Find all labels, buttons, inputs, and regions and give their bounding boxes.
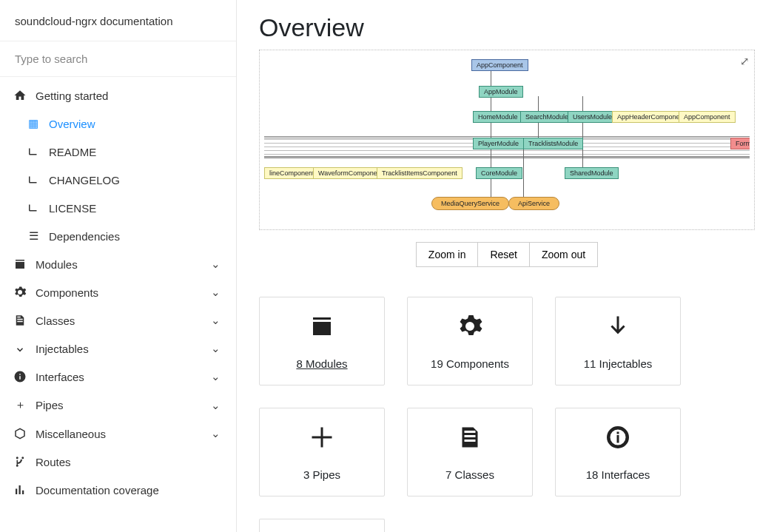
- card-modules[interactable]: 8 Modules: [259, 297, 385, 385]
- nav-label: Miscellaneous: [36, 428, 106, 440]
- chevron-down-icon: ⌄: [208, 257, 223, 271]
- card-injectables[interactable]: 11 Injectables: [555, 297, 681, 385]
- graph-node: TracklistItemsComponent: [377, 167, 462, 179]
- arrow-down-icon: [605, 313, 631, 346]
- chevron-down-icon: ⌄: [208, 399, 223, 412]
- search-input[interactable]: [15, 53, 221, 65]
- graph-node: UsersModule: [568, 111, 617, 123]
- plus-icon: [309, 424, 335, 457]
- app-title: soundcloud-ngrx documentation: [0, 0, 236, 41]
- card-label: 18 Interfaces: [586, 468, 650, 481]
- sidebar: soundcloud-ngrx documentation Getting st…: [0, 0, 237, 532]
- main-content: Overview ⤢ AppComponent AppModule HomeMo…: [237, 0, 777, 532]
- card-interfaces[interactable]: 18 Interfaces: [555, 408, 681, 496]
- nav-label: Overview: [49, 118, 95, 130]
- info-icon: [605, 424, 631, 457]
- archive-icon: [309, 313, 335, 346]
- nav-label: Components: [36, 286, 98, 299]
- nav-misc[interactable]: Miscellaneous ⌄: [0, 420, 236, 448]
- branch-icon: [13, 455, 27, 468]
- chevron-down-icon: ⌄: [208, 342, 223, 355]
- graph-node: AppComponent: [679, 111, 736, 123]
- chevron-down-icon: ⌄: [208, 370, 223, 383]
- book-icon: [27, 145, 40, 158]
- nav-routes[interactable]: Routes: [0, 448, 236, 476]
- chevron-down-icon: ⌄: [208, 286, 223, 299]
- graph-node: HomeModule: [473, 111, 523, 123]
- card-classes[interactable]: 7 Classes: [407, 408, 533, 496]
- graph-node: AppModule: [479, 86, 523, 98]
- nav-label: Pipes: [36, 399, 64, 411]
- home-icon: [13, 89, 27, 102]
- card-components[interactable]: 19 Components: [407, 297, 533, 385]
- nav-label: Routes: [36, 456, 71, 468]
- graph-node: MediaQueryService: [431, 197, 509, 210]
- card-label: 8 Modules: [296, 357, 347, 370]
- graph-node: SearchModule: [520, 111, 574, 123]
- grid-icon: ▦: [27, 117, 40, 130]
- nav-label: Injectables: [36, 343, 89, 355]
- nav-modules[interactable]: Modules ⌄: [0, 250, 236, 278]
- graph-node: TracklistsModule: [523, 138, 583, 149]
- card-pipes[interactable]: 3 Pipes: [259, 408, 385, 496]
- nav-label: Dependencies: [49, 230, 120, 243]
- page-title: Overview: [259, 13, 755, 42]
- nav-label: Getting started: [36, 90, 108, 102]
- graph-node: CoreModule: [476, 167, 522, 179]
- nav-interfaces[interactable]: Interfaces ⌄: [0, 363, 236, 391]
- graph-node: FormatTi: [730, 138, 750, 149]
- search-container: [0, 41, 236, 77]
- doc-icon: [457, 424, 483, 457]
- book-icon: [27, 173, 40, 186]
- chart-icon: [13, 483, 27, 496]
- cube-icon: [13, 427, 27, 440]
- nav-readme[interactable]: README: [0, 138, 236, 166]
- info-icon: [13, 370, 27, 383]
- card-label: 19 Components: [431, 357, 509, 370]
- dependency-graph[interactable]: AppComponent AppModule HomeModule Search…: [264, 55, 750, 216]
- summary-cards: 8 Modules 19 Components 11 Injectables 3…: [259, 297, 755, 532]
- graph-node: PlayerModule: [473, 138, 524, 149]
- reset-button[interactable]: Reset: [478, 242, 530, 267]
- doc-icon: [13, 314, 27, 327]
- book-icon: [27, 201, 40, 215]
- nav-coverage[interactable]: Documentation coverage: [0, 476, 236, 504]
- card-label: 3 Pipes: [303, 468, 340, 481]
- zoom-controls: Zoom in Reset Zoom out: [259, 242, 755, 267]
- nav-getting-started[interactable]: Getting started: [0, 81, 236, 110]
- nav-label: Classes: [36, 314, 75, 327]
- nav-license[interactable]: LICENSE: [0, 194, 236, 222]
- card-label: 11 Injectables: [584, 357, 653, 370]
- nav-dependencies[interactable]: ☰ Dependencies: [0, 222, 236, 250]
- list-icon: ☰: [27, 229, 40, 243]
- nav-components[interactable]: Components ⌄: [0, 278, 236, 306]
- arrow-down-icon: [13, 342, 27, 355]
- nav-classes[interactable]: Classes ⌄: [0, 306, 236, 334]
- plus-icon: ＋: [13, 398, 27, 412]
- nav-overview[interactable]: ▦ Overview: [0, 110, 236, 138]
- nav-label: CHANGELOG: [49, 174, 120, 186]
- chevron-down-icon: ⌄: [208, 427, 223, 440]
- gear-icon: [13, 286, 27, 299]
- nav-changelog[interactable]: CHANGELOG: [0, 166, 236, 194]
- archive-icon: [13, 257, 27, 271]
- graph-node: ApiService: [508, 197, 559, 210]
- side-nav: Getting started ▦ Overview README CHANGE…: [0, 77, 236, 532]
- graph-node: lineComponent: [264, 167, 320, 179]
- graph-node: SharedModule: [565, 167, 619, 179]
- zoom-in-button[interactable]: Zoom in: [416, 242, 479, 267]
- chevron-down-icon: ⌄: [208, 314, 223, 327]
- nav-label: Modules: [36, 258, 78, 271]
- card-label: 7 Classes: [445, 468, 494, 481]
- nav-label: Interfaces: [36, 371, 84, 383]
- nav-pipes[interactable]: ＋ Pipes ⌄: [0, 391, 236, 420]
- gear-icon: [457, 313, 483, 346]
- zoom-out-button[interactable]: Zoom out: [530, 242, 598, 267]
- graph-node: AppComponent: [471, 59, 528, 71]
- nav-label: README: [49, 146, 96, 158]
- nav-label: LICENSE: [49, 202, 96, 215]
- card-partial[interactable]: [259, 519, 385, 532]
- nav-label: Documentation coverage: [36, 484, 159, 496]
- dependency-graph-container: ⤢ AppComponent AppModule HomeModule Sear…: [259, 50, 755, 230]
- nav-injectables[interactable]: Injectables ⌄: [0, 334, 236, 363]
